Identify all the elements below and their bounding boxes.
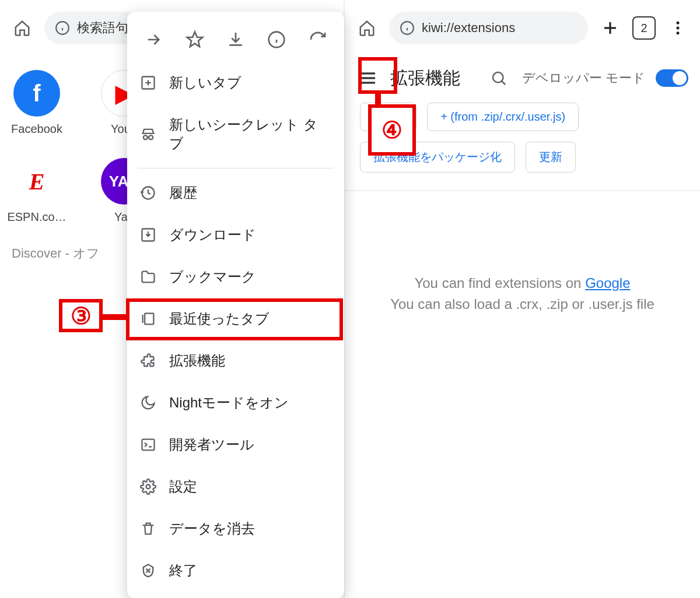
ext-btn-update[interactable]: 更新 [526,142,576,173]
tab-count[interactable]: 2 [632,16,656,40]
menu-settings[interactable]: 設定 [127,466,344,508]
menu-downloads[interactable]: ダウンロード [127,214,344,256]
ext-btn-store[interactable]: store) [360,103,416,131]
menu-label: ダウンロード [169,226,256,244]
svg-point-10 [149,135,153,139]
menu-label: 最近使ったタブ [169,309,270,328]
star-icon[interactable] [182,27,208,52]
menu-label: Nightモードをオン [169,393,289,412]
svg-point-30 [493,72,503,83]
menu-bookmarks[interactable]: ブックマーク [127,256,344,298]
dev-mode-toggle[interactable] [656,69,688,87]
hp-label: Facebook [5,122,69,136]
svg-point-9 [144,135,148,139]
dev-mode-label: デベロッパー モード [522,69,645,87]
extensions-empty-msg: You can find extensions on Google You ca… [345,191,700,315]
svg-point-16 [146,485,150,489]
search-icon[interactable] [486,65,512,91]
ext-btn-package[interactable]: 拡張機能をパッケージ化 [360,142,515,173]
menu-night-mode[interactable]: Nightモードをオン [127,382,344,424]
svg-line-31 [502,81,505,85]
browser-menu: 新しいタブ 新しいシークレット タブ 履歴 ダウンロード ブックマーク 最近使っ… [127,12,344,598]
reload-icon[interactable] [305,27,331,52]
menu-incognito[interactable]: 新しいシークレット タブ [127,104,344,164]
svg-rect-15 [142,439,155,451]
annotation-3-connector [103,314,128,320]
address-bar-right[interactable]: kiwi://extensions [389,12,588,44]
address-text-left: 検索語句 [77,19,128,37]
hamburger-icon[interactable] [356,66,380,90]
menu-label: 新しいシークレット タブ [169,115,331,153]
menu-extensions[interactable]: 拡張機能 [127,340,344,382]
menu-clear-data[interactable]: データを消去 [127,508,344,550]
right-browser-pane: kiwi://extensions 2 拡張機能 デベロッパー モード stor… [344,0,700,598]
download-icon[interactable] [223,27,249,52]
info-icon [55,20,70,36]
menu-label: ブックマーク [169,268,256,286]
menu-separator [138,168,334,168]
hp-label: ESPN.co… [5,210,69,224]
menu-history[interactable]: 履歴 [127,172,344,214]
more-vert-icon[interactable] [665,15,691,41]
facebook-icon: f [13,70,60,117]
google-link[interactable]: Google [585,275,630,291]
home-icon[interactable] [9,15,35,41]
hp-item-facebook[interactable]: f Facebook [5,70,69,136]
menu-label: 開発者ツール [169,435,254,454]
svg-point-26 [677,31,680,34]
menu-recent-tabs[interactable]: 最近使ったタブ [127,298,344,340]
menu-exit[interactable]: 終了 [127,550,344,592]
annotation-4-connector [375,94,381,105]
new-tab-plus-icon[interactable] [597,15,623,41]
forward-icon[interactable] [141,27,166,52]
extensions-header: 拡張機能 デベロッパー モード [345,56,700,103]
extensions-buttons: store) + (from .zip/.crx/.user.js) 拡張機能を… [345,103,700,190]
hp-item-espn[interactable]: E ESPN.co… [5,158,69,224]
right-toolbar: kiwi://extensions 2 [345,0,700,56]
info-icon [400,20,415,36]
page-title: 拡張機能 [390,66,460,90]
home-icon[interactable] [354,15,380,41]
svg-point-25 [677,27,680,30]
espn-icon: E [13,158,60,205]
address-text-right: kiwi://extensions [422,20,515,36]
menu-top-toolbar [127,17,344,62]
menu-label: 設定 [169,477,197,496]
menu-label: 拡張機能 [169,351,225,370]
menu-label: データを消去 [169,519,255,538]
menu-label: 履歴 [169,184,197,202]
menu-dev-tools[interactable]: 開発者ツール [127,424,344,466]
svg-rect-13 [145,314,153,325]
menu-label: 新しいタブ [169,73,242,92]
menu-new-tab[interactable]: 新しいタブ [127,62,344,104]
info-icon[interactable] [264,27,289,52]
menu-label: 終了 [169,561,197,580]
svg-point-24 [677,22,680,24]
ext-btn-from-file[interactable]: + (from .zip/.crx/.user.js) [427,103,579,131]
